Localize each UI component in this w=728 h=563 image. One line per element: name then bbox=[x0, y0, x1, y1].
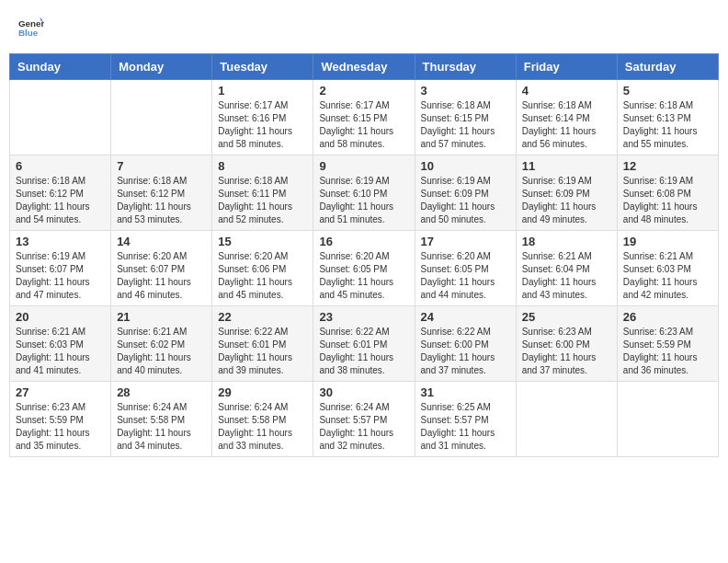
calendar-day-cell: 19Sunrise: 6:21 AM Sunset: 6:03 PM Dayli… bbox=[617, 231, 718, 306]
day-of-week-header: Sunday bbox=[10, 54, 111, 80]
day-number: 3 bbox=[421, 84, 510, 98]
day-info: Sunrise: 6:20 AM Sunset: 6:05 PM Dayligh… bbox=[319, 250, 408, 302]
calendar-day-cell: 23Sunrise: 6:22 AM Sunset: 6:01 PM Dayli… bbox=[313, 306, 415, 382]
calendar-day-cell: 11Sunrise: 6:19 AM Sunset: 6:09 PM Dayli… bbox=[516, 155, 617, 231]
day-info: Sunrise: 6:24 AM Sunset: 5:57 PM Dayligh… bbox=[319, 401, 408, 453]
day-info: Sunrise: 6:19 AM Sunset: 6:09 PM Dayligh… bbox=[522, 175, 611, 226]
calendar-day-cell: 9Sunrise: 6:19 AM Sunset: 6:10 PM Daylig… bbox=[313, 155, 415, 231]
day-number: 15 bbox=[218, 235, 307, 248]
day-of-week-header: Saturday bbox=[617, 54, 718, 80]
calendar-day-cell bbox=[516, 382, 617, 457]
day-of-week-header: Friday bbox=[516, 54, 617, 80]
calendar-day-cell: 20Sunrise: 6:21 AM Sunset: 6:03 PM Dayli… bbox=[10, 306, 111, 382]
calendar-day-cell: 15Sunrise: 6:20 AM Sunset: 6:06 PM Dayli… bbox=[212, 231, 313, 306]
calendar-day-cell: 7Sunrise: 6:18 AM Sunset: 6:12 PM Daylig… bbox=[111, 155, 212, 231]
logo: General Blue bbox=[18, 14, 44, 40]
calendar-day-cell bbox=[111, 80, 212, 155]
calendar-header-row: SundayMondayTuesdayWednesdayThursdayFrid… bbox=[10, 54, 719, 80]
calendar-day-cell: 5Sunrise: 6:18 AM Sunset: 6:13 PM Daylig… bbox=[617, 80, 718, 155]
calendar-day-cell: 29Sunrise: 6:24 AM Sunset: 5:58 PM Dayli… bbox=[212, 382, 313, 457]
day-number: 30 bbox=[319, 385, 408, 399]
calendar-day-cell: 8Sunrise: 6:18 AM Sunset: 6:11 PM Daylig… bbox=[212, 155, 313, 231]
day-info: Sunrise: 6:18 AM Sunset: 6:12 PM Dayligh… bbox=[16, 175, 105, 226]
calendar-day-cell: 25Sunrise: 6:23 AM Sunset: 6:00 PM Dayli… bbox=[516, 306, 617, 382]
day-number: 23 bbox=[319, 310, 408, 324]
calendar-day-cell: 17Sunrise: 6:20 AM Sunset: 6:05 PM Dayli… bbox=[415, 231, 516, 306]
day-number: 13 bbox=[16, 235, 105, 248]
calendar-day-cell: 1Sunrise: 6:17 AM Sunset: 6:16 PM Daylig… bbox=[212, 80, 313, 155]
day-info: Sunrise: 6:20 AM Sunset: 6:06 PM Dayligh… bbox=[218, 250, 307, 302]
calendar-day-cell: 21Sunrise: 6:21 AM Sunset: 6:02 PM Dayli… bbox=[111, 306, 212, 382]
calendar-day-cell: 10Sunrise: 6:19 AM Sunset: 6:09 PM Dayli… bbox=[415, 155, 516, 231]
calendar-day-cell: 30Sunrise: 6:24 AM Sunset: 5:57 PM Dayli… bbox=[313, 382, 415, 457]
day-info: Sunrise: 6:24 AM Sunset: 5:58 PM Dayligh… bbox=[117, 401, 206, 453]
day-info: Sunrise: 6:17 AM Sunset: 6:15 PM Dayligh… bbox=[319, 99, 408, 151]
calendar-week-row: 20Sunrise: 6:21 AM Sunset: 6:03 PM Dayli… bbox=[10, 306, 719, 382]
day-number: 18 bbox=[522, 235, 611, 248]
calendar-day-cell: 16Sunrise: 6:20 AM Sunset: 6:05 PM Dayli… bbox=[313, 231, 415, 306]
day-info: Sunrise: 6:21 AM Sunset: 6:04 PM Dayligh… bbox=[522, 250, 611, 302]
day-info: Sunrise: 6:19 AM Sunset: 6:09 PM Dayligh… bbox=[421, 175, 510, 226]
day-number: 24 bbox=[421, 310, 510, 324]
day-info: Sunrise: 6:24 AM Sunset: 5:58 PM Dayligh… bbox=[218, 401, 307, 453]
day-info: Sunrise: 6:20 AM Sunset: 6:07 PM Dayligh… bbox=[117, 250, 206, 302]
day-number: 5 bbox=[623, 84, 712, 98]
calendar-day-cell: 4Sunrise: 6:18 AM Sunset: 6:14 PM Daylig… bbox=[516, 80, 617, 155]
calendar-week-row: 1Sunrise: 6:17 AM Sunset: 6:16 PM Daylig… bbox=[10, 80, 719, 155]
day-info: Sunrise: 6:18 AM Sunset: 6:12 PM Dayligh… bbox=[117, 175, 206, 226]
day-number: 27 bbox=[16, 385, 105, 399]
day-number: 19 bbox=[623, 235, 712, 248]
calendar-day-cell: 12Sunrise: 6:19 AM Sunset: 6:08 PM Dayli… bbox=[617, 155, 718, 231]
calendar-week-row: 6Sunrise: 6:18 AM Sunset: 6:12 PM Daylig… bbox=[10, 155, 719, 231]
day-info: Sunrise: 6:18 AM Sunset: 6:11 PM Dayligh… bbox=[218, 175, 307, 226]
day-info: Sunrise: 6:23 AM Sunset: 6:00 PM Dayligh… bbox=[522, 326, 611, 377]
day-info: Sunrise: 6:21 AM Sunset: 6:03 PM Dayligh… bbox=[623, 250, 712, 302]
page-header: General Blue bbox=[9, 9, 719, 44]
day-number: 14 bbox=[117, 235, 206, 248]
day-info: Sunrise: 6:22 AM Sunset: 6:01 PM Dayligh… bbox=[218, 326, 307, 377]
day-number: 21 bbox=[117, 310, 206, 324]
day-number: 17 bbox=[421, 235, 510, 248]
calendar-day-cell: 14Sunrise: 6:20 AM Sunset: 6:07 PM Dayli… bbox=[111, 231, 212, 306]
day-number: 28 bbox=[117, 385, 206, 399]
logo-icon: General Blue bbox=[18, 14, 44, 40]
day-number: 8 bbox=[218, 159, 307, 173]
day-info: Sunrise: 6:18 AM Sunset: 6:13 PM Dayligh… bbox=[623, 99, 712, 151]
day-of-week-header: Monday bbox=[111, 54, 212, 80]
day-number: 29 bbox=[218, 385, 307, 399]
day-of-week-header: Tuesday bbox=[212, 54, 313, 80]
day-info: Sunrise: 6:19 AM Sunset: 6:10 PM Dayligh… bbox=[319, 175, 408, 226]
day-number: 26 bbox=[623, 310, 712, 324]
day-info: Sunrise: 6:21 AM Sunset: 6:02 PM Dayligh… bbox=[117, 326, 206, 377]
calendar-day-cell: 24Sunrise: 6:22 AM Sunset: 6:00 PM Dayli… bbox=[415, 306, 516, 382]
day-of-week-header: Thursday bbox=[415, 54, 516, 80]
calendar-day-cell: 27Sunrise: 6:23 AM Sunset: 5:59 PM Dayli… bbox=[10, 382, 111, 457]
day-info: Sunrise: 6:25 AM Sunset: 5:57 PM Dayligh… bbox=[421, 401, 510, 453]
day-number: 2 bbox=[319, 84, 408, 98]
day-number: 1 bbox=[218, 84, 307, 98]
calendar-day-cell bbox=[10, 80, 111, 155]
day-number: 11 bbox=[522, 159, 611, 173]
day-number: 10 bbox=[421, 159, 510, 173]
calendar-day-cell: 3Sunrise: 6:18 AM Sunset: 6:15 PM Daylig… bbox=[415, 80, 516, 155]
calendar-day-cell: 26Sunrise: 6:23 AM Sunset: 5:59 PM Dayli… bbox=[617, 306, 718, 382]
calendar-week-row: 13Sunrise: 6:19 AM Sunset: 6:07 PM Dayli… bbox=[10, 231, 719, 306]
calendar-week-row: 27Sunrise: 6:23 AM Sunset: 5:59 PM Dayli… bbox=[10, 382, 719, 457]
day-of-week-header: Wednesday bbox=[313, 54, 415, 80]
day-info: Sunrise: 6:22 AM Sunset: 6:01 PM Dayligh… bbox=[319, 326, 408, 377]
day-number: 9 bbox=[319, 159, 408, 173]
calendar-day-cell bbox=[617, 382, 718, 457]
day-info: Sunrise: 6:19 AM Sunset: 6:07 PM Dayligh… bbox=[16, 250, 105, 302]
day-number: 31 bbox=[421, 385, 510, 399]
day-number: 4 bbox=[522, 84, 611, 98]
day-info: Sunrise: 6:23 AM Sunset: 5:59 PM Dayligh… bbox=[16, 401, 105, 453]
calendar-day-cell: 2Sunrise: 6:17 AM Sunset: 6:15 PM Daylig… bbox=[313, 80, 415, 155]
day-number: 16 bbox=[319, 235, 408, 248]
day-number: 7 bbox=[117, 159, 206, 173]
day-number: 25 bbox=[522, 310, 611, 324]
day-info: Sunrise: 6:21 AM Sunset: 6:03 PM Dayligh… bbox=[16, 326, 105, 377]
calendar-day-cell: 28Sunrise: 6:24 AM Sunset: 5:58 PM Dayli… bbox=[111, 382, 212, 457]
calendar-day-cell: 31Sunrise: 6:25 AM Sunset: 5:57 PM Dayli… bbox=[415, 382, 516, 457]
day-number: 20 bbox=[16, 310, 105, 324]
day-info: Sunrise: 6:18 AM Sunset: 6:15 PM Dayligh… bbox=[421, 99, 510, 151]
